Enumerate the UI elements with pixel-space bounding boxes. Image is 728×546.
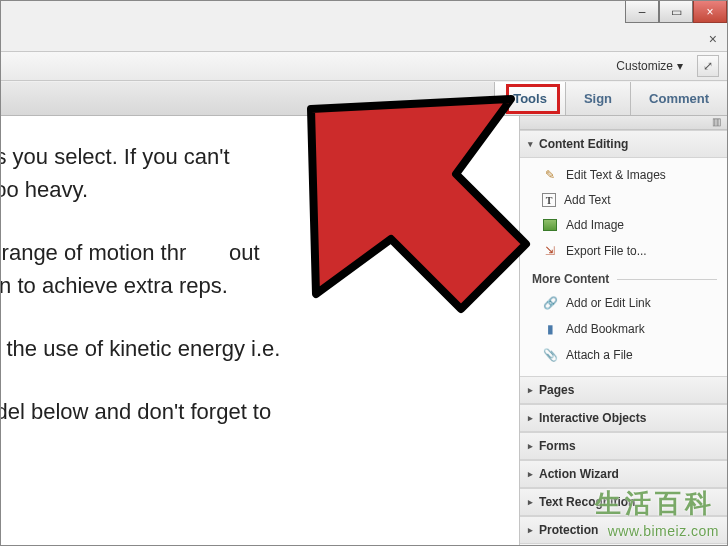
item-label: Edit Text & Images [566, 168, 666, 182]
customize-toolbar: Customize ▾ ⤢ [1, 51, 727, 81]
section-content-editing[interactable]: ▾ Content Editing [520, 130, 727, 158]
section-protection[interactable]: ▸ Protection [520, 516, 727, 544]
tab-tools[interactable]: Tools [494, 82, 565, 115]
chevron-down-icon: ▾ [528, 139, 533, 149]
section-forms[interactable]: ▸ Forms [520, 432, 727, 460]
customize-label: Customize [616, 59, 673, 73]
customize-dropdown[interactable]: Customize ▾ [616, 59, 683, 73]
export-icon: ⇲ [542, 243, 558, 259]
minimize-button[interactable]: – [625, 1, 659, 23]
window-controls: – ▭ × [625, 1, 727, 23]
subheading-label: More Content [532, 272, 609, 286]
section-title: Pages [539, 383, 574, 397]
panel-options-strip[interactable]: ▥ [520, 116, 727, 130]
chevron-right-icon: ▸ [528, 497, 533, 507]
section-title: Protection [539, 523, 598, 537]
chevron-right-icon: ▸ [528, 385, 533, 395]
section-title: Action Wizard [539, 467, 619, 481]
item-label: Add Image [566, 218, 624, 232]
section-title: Text Recognition [539, 495, 635, 509]
bookmark-icon: ▮ [542, 321, 558, 337]
chevron-right-icon: ▸ [528, 469, 533, 479]
edit-text-images-item[interactable]: ✎ Edit Text & Images [520, 162, 727, 188]
edit-icon: ✎ [542, 167, 558, 183]
section-text-recognition[interactable]: ▸ Text Recognition [520, 488, 727, 516]
expand-icon: ⤢ [703, 59, 713, 73]
add-image-item[interactable]: Add Image [520, 212, 727, 238]
document-line: ads you select. If you can't s too heavy… [1, 140, 521, 206]
section-title: Interactive Objects [539, 411, 646, 425]
content-editing-body: ✎ Edit Text & Images T Add Text Add Imag… [520, 158, 727, 376]
attach-file-item[interactable]: 📎 Attach a File [520, 342, 727, 368]
app-window: – ▭ × × Customize ▾ ⤢ Tools Sign Comment… [0, 0, 728, 546]
tab-sign[interactable]: Sign [565, 82, 630, 115]
section-action-wizard[interactable]: ▸ Action Wizard [520, 460, 727, 488]
document-line: nodel below and don't forget to [1, 395, 521, 428]
divider [617, 279, 717, 280]
item-label: Add Text [564, 193, 610, 207]
item-label: Attach a File [566, 348, 633, 362]
maximize-button[interactable]: ▭ [659, 1, 693, 23]
link-icon: 🔗 [542, 295, 558, 311]
add-edit-link-item[interactable]: 🔗 Add or Edit Link [520, 290, 727, 316]
section-interactive-objects[interactable]: ▸ Interactive Objects [520, 404, 727, 432]
tools-panel: ▥ ▾ Content Editing ✎ Edit Text & Images… [519, 116, 727, 545]
tab-comment[interactable]: Comment [630, 82, 727, 115]
item-label: Add or Edit Link [566, 296, 651, 310]
caret-down-icon: ▾ [677, 59, 683, 73]
document-line: oid the use of kinetic energy i.e. [1, 332, 521, 365]
add-bookmark-item[interactable]: ▮ Add Bookmark [520, 316, 727, 342]
chevron-right-icon: ▸ [528, 413, 533, 423]
chevron-right-icon: ▸ [528, 525, 533, 535]
more-content-heading: More Content [520, 264, 727, 290]
export-file-item[interactable]: ⇲ Export File to... [520, 238, 727, 264]
section-pages[interactable]: ▸ Pages [520, 376, 727, 404]
document-view[interactable]: ads you select. If you can't s too heavy… [1, 116, 521, 545]
close-button[interactable]: × [693, 1, 727, 23]
fullscreen-button[interactable]: ⤢ [697, 55, 719, 77]
section-title: Forms [539, 439, 576, 453]
item-label: Export File to... [566, 244, 647, 258]
image-icon [542, 217, 558, 233]
item-label: Add Bookmark [566, 322, 645, 336]
document-line: ed range of motion thr out ition to achi… [1, 236, 521, 302]
secondary-close-button[interactable]: × [709, 31, 717, 47]
panel-tabs: Tools Sign Comment [1, 82, 727, 116]
add-text-item[interactable]: T Add Text [520, 188, 727, 212]
text-icon: T [542, 193, 556, 207]
chevron-right-icon: ▸ [528, 441, 533, 451]
attach-icon: 📎 [542, 347, 558, 363]
section-title: Content Editing [539, 137, 628, 151]
